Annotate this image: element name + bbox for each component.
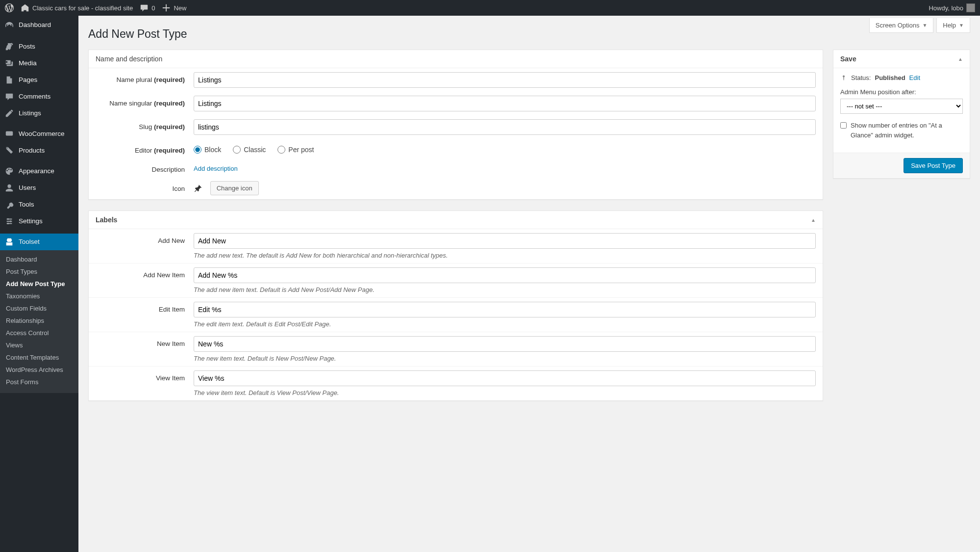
comments-link[interactable]: 0 [140, 3, 155, 12]
submenu-post-forms[interactable]: Post Forms [0, 376, 78, 388]
collapse-icon[interactable]: ▲ [958, 56, 963, 62]
sidebar-item-label: Products [19, 146, 45, 155]
editor-label: Editor (required) [96, 143, 194, 154]
sidebar-item-label: Appearance [19, 167, 54, 176]
sidebar-item-label: Posts [19, 42, 35, 51]
label-field-hint: The new item text. Default is New Post/N… [194, 355, 816, 362]
greeting-text: Howdy, lobo [929, 4, 963, 12]
submenu-views[interactable]: Views [0, 339, 78, 351]
svg-point-3 [7, 223, 9, 225]
avatar [966, 3, 975, 12]
label-field-label: New Item [96, 336, 194, 347]
sidebar-item-pages[interactable]: Pages [0, 72, 78, 88]
labels-box-title[interactable]: Labels▲ [89, 211, 823, 229]
pushpin-icon [194, 184, 203, 194]
svg-rect-0 [6, 131, 13, 136]
sidebar-item-label: Toolset [19, 237, 40, 246]
submenu-post-types[interactable]: Post Types [0, 265, 78, 278]
sidebar-item-appearance[interactable]: Appearance [0, 163, 78, 180]
sidebar-item-toolset[interactable]: Toolset [0, 234, 78, 250]
new-link[interactable]: New [162, 3, 186, 12]
label-field-input[interactable] [194, 267, 816, 283]
caret-down-icon: ▼ [959, 23, 964, 28]
submenu-add-new-post-type[interactable]: Add New Post Type [0, 278, 78, 290]
sidebar-item-media[interactable]: Media [0, 55, 78, 72]
sidebar-item-label: Comments [19, 92, 50, 101]
sidebar-item-label: WooCommerce [19, 130, 65, 138]
save-box-title[interactable]: Save▲ [833, 50, 970, 68]
label-field-label: View Item [96, 370, 194, 382]
svg-point-1 [7, 218, 9, 220]
submenu-content-templates[interactable]: Content Templates [0, 351, 78, 364]
singular-input[interactable] [194, 96, 816, 111]
submenu-dashboard[interactable]: Dashboard [0, 253, 78, 265]
name-box-title: Name and description [89, 50, 823, 68]
site-link[interactable]: Classic cars for sale - classified site [21, 3, 133, 12]
sidebar-item-label: Media [19, 59, 37, 68]
status-label: Status: [851, 74, 871, 81]
label-field-hint: The add new item text. Default is Add Ne… [194, 286, 816, 293]
label-field-label: Add New [96, 233, 194, 244]
menu-position-label: Admin Menu position after: [840, 88, 963, 96]
submenu-relationships[interactable]: Relationships [0, 315, 78, 327]
sidebar-item-listings[interactable]: Listings [0, 105, 78, 122]
submenu-custom-fields[interactable]: Custom Fields [0, 302, 78, 315]
add-description-link[interactable]: Add description [194, 162, 238, 172]
comment-count: 0 [151, 4, 155, 12]
help-button[interactable]: Help▼ [936, 18, 970, 33]
submenu-taxonomies[interactable]: Taxonomies [0, 290, 78, 302]
slug-input[interactable] [194, 119, 816, 135]
singular-label: Name singular (required) [96, 96, 194, 107]
sidebar-item-users[interactable]: Users [0, 180, 78, 196]
sidebar-item-dashboard[interactable]: Dashboard [0, 16, 78, 34]
collapse-icon[interactable]: ▲ [811, 217, 816, 223]
screen-options-label: Screen Options [876, 22, 920, 29]
sidebar-item-posts[interactable]: Posts [0, 38, 78, 55]
editor-perpost-radio[interactable]: Per post [277, 146, 314, 154]
sidebar-item-products[interactable]: Products [0, 142, 78, 159]
submenu-wordpress-archives[interactable]: WordPress Archives [0, 364, 78, 376]
site-title: Classic cars for sale - classified site [32, 4, 133, 12]
plural-input[interactable] [194, 72, 816, 88]
sidebar-item-label: Listings [19, 109, 41, 118]
svg-point-2 [10, 220, 12, 222]
label-field-input[interactable] [194, 370, 816, 386]
edit-status-link[interactable]: Edit [909, 74, 920, 81]
editor-block-radio[interactable]: Block [194, 146, 221, 154]
label-field-label: Edit Item [96, 302, 194, 313]
wp-logo-icon[interactable] [5, 3, 14, 12]
caret-down-icon: ▼ [922, 23, 927, 28]
menu-position-select[interactable]: --- not set --- [840, 99, 963, 114]
change-icon-button[interactable]: Change icon [210, 181, 259, 195]
slug-label: Slug (required) [96, 119, 194, 131]
plural-label: Name plural (required) [96, 72, 194, 83]
label-field-label: Add New Item [96, 267, 194, 279]
submenu-access-control[interactable]: Access Control [0, 327, 78, 339]
sidebar-item-label: Pages [19, 76, 37, 84]
save-post-type-button[interactable]: Save Post Type [904, 158, 963, 173]
label-field-hint: The edit item text. Default is Edit Post… [194, 320, 816, 328]
sidebar-item-comments[interactable]: Comments [0, 88, 78, 105]
sidebar-item-label: Dashboard [19, 21, 51, 29]
new-label: New [174, 4, 186, 12]
sidebar-item-woocommerce[interactable]: WooCommerce [0, 126, 78, 142]
label-field-input[interactable] [194, 302, 816, 317]
sidebar-item-label: Tools [19, 200, 34, 209]
status-value: Published [875, 74, 905, 81]
sidebar-item-label: Settings [19, 217, 43, 226]
editor-classic-radio[interactable]: Classic [233, 146, 266, 154]
label-field-hint: The view item text. Default is View Post… [194, 389, 816, 396]
help-label: Help [943, 22, 956, 29]
screen-options-button[interactable]: Screen Options▼ [869, 18, 934, 33]
sidebar-item-tools[interactable]: Tools [0, 196, 78, 213]
page-title: Add New Post Type [88, 27, 970, 41]
icon-label: Icon [96, 181, 194, 192]
sidebar-item-label: Users [19, 184, 36, 192]
label-field-input[interactable] [194, 233, 816, 249]
sidebar-item-settings[interactable]: Settings [0, 213, 78, 230]
label-field-hint: The add new text. The default is Add New… [194, 252, 816, 259]
label-field-input[interactable] [194, 336, 816, 352]
glance-checkbox[interactable]: Show number of entries on "At a Glance" … [840, 121, 963, 140]
description-label: Description [96, 162, 194, 173]
user-greeting[interactable]: Howdy, lobo [929, 3, 975, 12]
